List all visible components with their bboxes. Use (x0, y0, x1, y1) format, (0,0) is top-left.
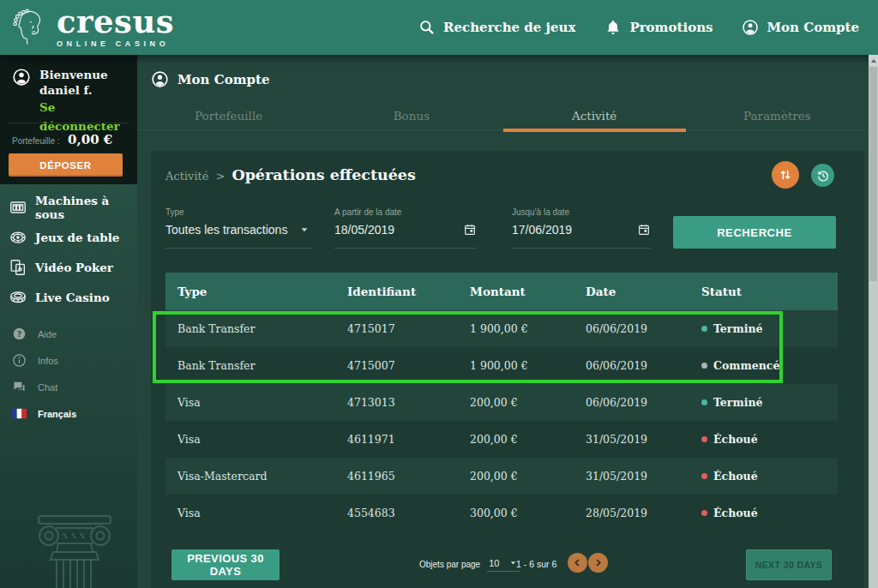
pagination-next-button[interactable] (588, 553, 608, 573)
activity-panel: Activité > Opérations effectuées Type To… (151, 151, 864, 588)
cell-status: Commencé (701, 359, 838, 372)
cell-amount: 200,00 € (470, 470, 586, 483)
top-nav: Recherche de jeux Promotions Mon Compte (418, 0, 859, 55)
cell-date: 31/05/2019 (586, 433, 701, 446)
date-from-label: A partir de la date (334, 207, 477, 217)
sidebar-item-label: Chat (38, 382, 57, 393)
pagination-range: 1 - 6 sur 6 (516, 559, 556, 569)
logout-link[interactable]: Se déconnecter (39, 100, 120, 133)
scrollbar-up-arrow[interactable] (869, 55, 878, 66)
chevron-right-icon (592, 557, 604, 568)
table-row[interactable]: Visa 4554683 300,00 € 28/05/2019 Échoué (165, 495, 838, 531)
table-row[interactable]: Visa 4611971 200,00 € 31/05/2019 Échoué (165, 421, 838, 458)
date-from-input[interactable]: A partir de la date 18/05/2019 (334, 207, 477, 249)
page-title: Mon Compte (177, 72, 270, 87)
cell-id: 4715007 (347, 359, 470, 372)
nav-item-search[interactable]: Recherche de jeux (418, 19, 575, 36)
breadcrumb-separator: > (215, 170, 225, 183)
cell-status: Terminé (701, 322, 838, 335)
tab-portefeuille[interactable]: Portefeuille (137, 105, 320, 129)
transactions-sort-button[interactable] (772, 161, 799, 189)
sidebar-secondary-menu: ? Aide Infos Chat Français (0, 321, 137, 427)
cell-amount: 200,00 € (470, 433, 586, 446)
tab-activite[interactable]: Activité (503, 105, 686, 129)
column-header: Identifiant (347, 285, 470, 298)
date-from-value: 18/05/2019 (334, 223, 394, 237)
chat-icon (12, 380, 27, 394)
scrollbar[interactable] (869, 55, 878, 588)
roulette-icon (9, 228, 27, 247)
table-row[interactable]: Visa 4713013 200,00 € 06/06/2019 Terminé (165, 384, 838, 421)
date-to-input[interactable]: Jusqu'à la date 17/06/2019 (512, 207, 651, 249)
tab-bonus[interactable]: Bonus (320, 105, 502, 129)
cards-icon (9, 258, 27, 277)
brand-tagline: ONLINE CASINO (57, 40, 174, 48)
history-button[interactable] (811, 164, 834, 187)
sidebar-item-slot-machine[interactable]: Machines à sous (0, 192, 137, 222)
sidebar-item-label: Machines à sous (35, 194, 137, 221)
sidebar-item-chat[interactable]: Chat (0, 374, 137, 400)
nav-item-label: Promotions (629, 20, 713, 35)
table-header-row: TypeIdentifiantMontantDateStatut (165, 273, 838, 310)
sidebar-item-roulette[interactable]: Jeux de table (0, 222, 137, 252)
flag-fr-icon (12, 406, 27, 421)
cell-id: 4611971 (347, 433, 470, 446)
sidebar-item-label: Vidéo Poker (35, 261, 113, 274)
top-header: cresus ONLINE CASINO Recherche de jeux P… (0, 0, 878, 55)
table-row[interactable]: Visa-Mastercard 4611965 200,00 € 31/05/2… (165, 458, 838, 495)
nav-item-label: Recherche de jeux (443, 20, 575, 35)
transactions-table: TypeIdentifiantMontantDateStatut Bank Tr… (165, 273, 838, 531)
cell-id: 4554683 (347, 507, 470, 519)
up-down-arrows-icon (778, 167, 793, 183)
wallet-balance: 0,00 € (68, 132, 112, 147)
svg-text:?: ? (17, 330, 21, 339)
scrollbar-thumb[interactable] (869, 67, 877, 281)
sidebar-item-label: Jeux de table (35, 231, 119, 244)
brand-logo[interactable]: cresus ONLINE CASINO (10, 7, 174, 48)
status-dot (701, 399, 707, 405)
cell-date: 06/06/2019 (586, 322, 701, 335)
sidebar-item-help[interactable]: ? Aide (0, 321, 137, 347)
cell-amount: 200,00 € (470, 396, 586, 409)
greek-column-art (24, 514, 125, 588)
search-button[interactable]: RECHERCHE (673, 216, 836, 249)
next-30-days-button[interactable]: NEXT 30 DAYS (746, 549, 832, 580)
cresus-casino-app: cresus ONLINE CASINO Recherche de jeux P… (0, 0, 878, 588)
cell-type: Visa (177, 433, 347, 446)
status-dot (701, 436, 707, 442)
status-dot (701, 473, 707, 479)
table-row[interactable]: Bank Transfer 4715017 1 900,00 € 06/06/2… (165, 310, 838, 347)
type-label: Type (165, 207, 311, 217)
sidebar-item-label: Live Casino (35, 291, 110, 304)
calendar-icon[interactable] (637, 223, 651, 237)
transaction-type-select[interactable]: Type Toutes les transactions (165, 207, 311, 249)
pagination-previous-button[interactable] (568, 553, 587, 573)
search-icon (418, 19, 436, 36)
breadcrumb-parent[interactable]: Activité (165, 170, 208, 183)
table-row[interactable]: Bank Transfer 4715007 1 900,00 € 06/06/2… (165, 347, 838, 384)
deposit-button[interactable]: DÉPOSER (9, 153, 123, 177)
cell-status: Terminé (701, 396, 838, 409)
sidebar-menu: Machines à sous Jeux de table Vidéo Poke… (0, 192, 137, 312)
calendar-icon[interactable] (463, 223, 477, 237)
status-dot (701, 363, 707, 369)
chevron-down-icon (298, 223, 311, 237)
sidebar-item-info[interactable]: Infos (0, 347, 137, 374)
sidebar-item-chip[interactable]: Live Casino (0, 282, 137, 312)
username-text: daniel f. (39, 83, 93, 97)
sidebar-item-cards[interactable]: Vidéo Poker (0, 252, 137, 282)
account-tabs: PortefeuilleBonusActivitéParamètres (137, 105, 869, 130)
column-header: Date (586, 285, 701, 298)
brand-text: cresus ONLINE CASINO (57, 8, 174, 48)
account-icon (742, 19, 759, 36)
cell-type: Visa (177, 507, 347, 519)
previous-30-days-button[interactable]: PREVIOUS 30 DAYS (171, 549, 280, 580)
nav-item-bell[interactable]: Promotions (604, 19, 713, 36)
history-clock-icon (816, 169, 830, 183)
sidebar-item-flag-fr[interactable]: Français (0, 400, 137, 427)
tab-parametres[interactable]: Paramètres (686, 105, 869, 129)
nav-item-account[interactable]: Mon Compte (742, 19, 859, 36)
brand-name: cresus (57, 6, 174, 38)
divider (9, 123, 129, 123)
account-header: Mon Compte (151, 70, 270, 88)
